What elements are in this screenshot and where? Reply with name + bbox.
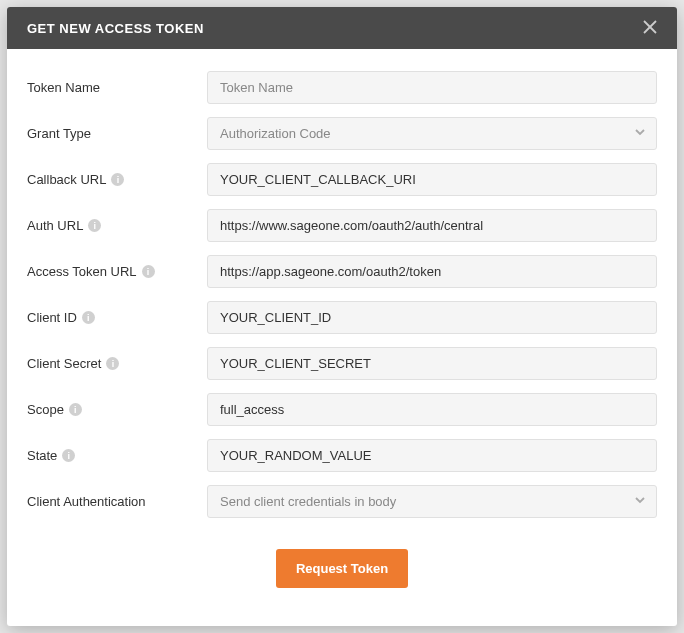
token-name-input[interactable] [207,71,657,104]
label-state: State i [27,448,207,463]
label-callback-url: Callback URL i [27,172,207,187]
callback-url-input[interactable] [207,163,657,196]
label-text: Grant Type [27,126,91,141]
info-icon[interactable]: i [62,449,75,462]
row-scope: Scope i [27,393,657,426]
access-token-url-input[interactable] [207,255,657,288]
modal-title: GET NEW ACCESS TOKEN [27,21,204,36]
label-text: Client Secret [27,356,101,371]
row-state: State i [27,439,657,472]
label-client-id: Client ID i [27,310,207,325]
info-icon[interactable]: i [111,173,124,186]
scope-input[interactable] [207,393,657,426]
row-grant-type: Grant Type Authorization Code [27,117,657,150]
modal-footer: Request Token [27,531,657,588]
label-text: Client Authentication [27,494,146,509]
modal-header: GET NEW ACCESS TOKEN [7,7,677,49]
modal-body: Token Name Grant Type Authorization Code [7,49,677,626]
row-client-id: Client ID i [27,301,657,334]
label-text: Callback URL [27,172,106,187]
info-icon[interactable]: i [82,311,95,324]
label-text: Access Token URL [27,264,137,279]
info-icon[interactable]: i [142,265,155,278]
grant-type-select[interactable]: Authorization Code [207,117,657,150]
label-token-name: Token Name [27,80,207,95]
close-button[interactable] [643,19,657,37]
row-client-secret: Client Secret i [27,347,657,380]
request-token-button[interactable]: Request Token [276,549,408,588]
label-access-token-url: Access Token URL i [27,264,207,279]
label-client-auth: Client Authentication [27,494,207,509]
label-grant-type: Grant Type [27,126,207,141]
row-auth-url: Auth URL i [27,209,657,242]
label-text: Client ID [27,310,77,325]
info-icon[interactable]: i [69,403,82,416]
label-text: State [27,448,57,463]
get-access-token-modal: GET NEW ACCESS TOKEN Token Name Grant Ty… [7,7,677,626]
label-text: Scope [27,402,64,417]
client-id-input[interactable] [207,301,657,334]
auth-url-input[interactable] [207,209,657,242]
row-client-auth: Client Authentication Send client creden… [27,485,657,518]
label-text: Auth URL [27,218,83,233]
row-token-name: Token Name [27,71,657,104]
label-scope: Scope i [27,402,207,417]
row-access-token-url: Access Token URL i [27,255,657,288]
label-auth-url: Auth URL i [27,218,207,233]
close-icon [643,20,657,34]
grant-type-selected: Authorization Code [207,117,657,150]
info-icon[interactable]: i [88,219,101,232]
client-auth-select[interactable]: Send client credentials in body [207,485,657,518]
client-auth-selected: Send client credentials in body [207,485,657,518]
label-client-secret: Client Secret i [27,356,207,371]
state-input[interactable] [207,439,657,472]
info-icon[interactable]: i [106,357,119,370]
label-text: Token Name [27,80,100,95]
client-secret-input[interactable] [207,347,657,380]
select-value: Send client credentials in body [220,494,396,509]
select-value: Authorization Code [220,126,331,141]
row-callback-url: Callback URL i [27,163,657,196]
